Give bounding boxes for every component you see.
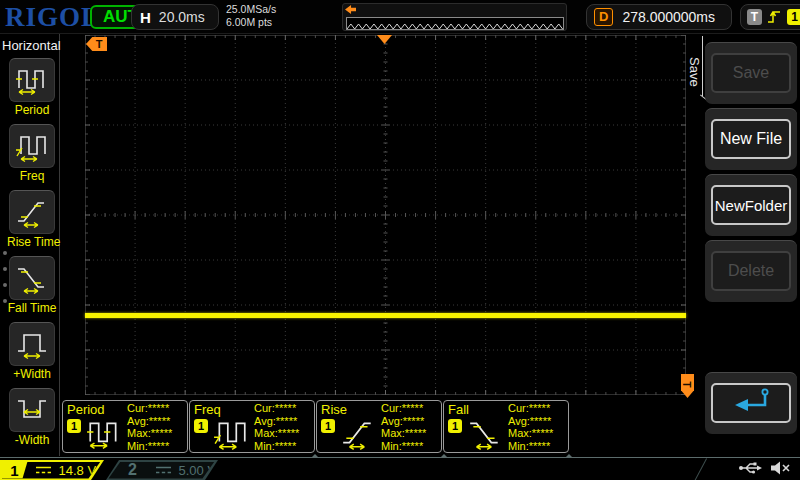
oscilloscope-screen: RIGOL AUTO H 20.0ms 25.0MSa/s 6.00M pts … [0, 0, 800, 480]
measurement-panel-freq[interactable]: Freq 1 Cur:***** Avg:***** Max:***** Min… [189, 400, 315, 453]
return-button[interactable] [711, 383, 791, 423]
top-status-bar: RIGOL AUTO H 20.0ms 25.0MSa/s 6.00M pts … [0, 0, 800, 34]
measurement-panel-fall[interactable]: Fall 1 Cur:***** Avg:***** Max:***** Min… [443, 400, 569, 453]
period-icon [9, 58, 55, 102]
menu-item-fall-time[interactable]: Fall Time [7, 256, 57, 315]
waveform-preview[interactable] [342, 3, 567, 31]
trigger-source-badge: 1 [787, 9, 800, 25]
dc-coupling-icon [36, 461, 51, 479]
tab-border [702, 36, 703, 96]
menu-item-rise-time[interactable]: Rise Time [7, 190, 57, 249]
h-scale-value: 20.0ms [159, 9, 205, 25]
channel-status-bar: 1 14.8 V 2 5.00 V [0, 457, 800, 480]
menu-item-label: Period [7, 104, 57, 117]
horizontal-scale-box[interactable]: H 20.0ms [131, 4, 219, 30]
save-button[interactable]: Save [711, 53, 791, 93]
return-arrow-icon [728, 386, 774, 420]
speaker-muted-icon [770, 460, 792, 480]
notch [565, 454, 573, 458]
plus-width-icon [9, 322, 55, 366]
minus-width-icon [9, 388, 55, 432]
new-file-button[interactable]: New File [711, 119, 791, 159]
fall-time-icon [9, 256, 55, 300]
fall-time-icon [466, 415, 504, 455]
horizontal-menu: Horizontal Period Freq Rise Time Fall Ti… [0, 34, 60, 456]
channel1-badge[interactable]: 1 14.8 V [0, 460, 104, 480]
delay-value: 278.000000ms [622, 9, 715, 25]
delay-label: D [594, 8, 613, 26]
left-menu-title: Horizontal [2, 38, 61, 53]
channel2-number: 2 [120, 462, 146, 479]
measurement-values: Cur:***** Avg:***** Max:***** Min:***** [254, 402, 299, 452]
trigger-label: T [747, 9, 762, 25]
dc-coupling-icon [156, 461, 171, 479]
h-label: H [140, 9, 151, 26]
channel-badge: 1 [67, 419, 81, 433]
menu-item-freq[interactable]: Freq [7, 124, 57, 183]
acquisition-info: 25.0MSa/s 6.00M pts [226, 3, 276, 29]
measurement-values: Cur:***** Avg:***** Max:***** Min:***** [508, 402, 553, 452]
new-folder-button[interactable]: NewFolder [711, 185, 791, 225]
channel-badge: 1 [194, 419, 208, 433]
freq-icon [212, 415, 250, 455]
menu-item-label: Fall Time [7, 302, 57, 315]
rise-time-icon [9, 190, 55, 234]
menu-item-nwidth[interactable]: -Width [7, 388, 57, 447]
preview-wave-window [346, 17, 564, 30]
measurement-values: Cur:***** Avg:***** Max:***** Min:***** [127, 402, 172, 452]
menu-item-label: +Width [7, 368, 57, 381]
rise-time-icon [339, 415, 377, 455]
sample-rate: 25.0MSa/s [226, 3, 276, 16]
menu-item-pwidth[interactable]: +Width [7, 322, 57, 381]
rigol-logo: RIGOL [5, 2, 100, 33]
channel-badge: 1 [321, 419, 335, 433]
menu-item-label: Freq [7, 170, 57, 183]
channel1-trace[interactable] [85, 313, 686, 318]
preview-sine-icon [347, 21, 563, 32]
menu-item-label: -Width [7, 434, 57, 447]
trigger-box[interactable]: T 1 0.00V [740, 4, 800, 30]
usb-icon [738, 460, 762, 480]
notch [440, 454, 448, 458]
memory-depth: 6.00M pts [226, 16, 276, 29]
graticule [85, 35, 686, 395]
trigger-slope-icon [767, 9, 782, 25]
channel1-scale: 14.8 V [59, 463, 97, 478]
channel2-badge[interactable]: 2 5.00 V [106, 460, 218, 480]
menu-item-label: Rise Time [7, 236, 57, 249]
divider [694, 458, 707, 480]
menu-item-period[interactable]: Period [7, 58, 57, 117]
period-icon [85, 415, 123, 455]
notch [311, 454, 319, 458]
channel-badge: 1 [448, 419, 462, 433]
measurement-values: Cur:***** Avg:***** Max:***** Min:***** [381, 402, 426, 452]
measurement-panel-rise[interactable]: Rise 1 Cur:***** Avg:***** Max:***** Min… [316, 400, 442, 453]
delay-box[interactable]: D 278.000000ms [586, 4, 732, 30]
measurement-panel-period[interactable]: Period 1 Cur:***** Avg:***** Max:***** M… [62, 400, 188, 453]
right-menu-tab: Save [686, 42, 702, 102]
freq-icon [9, 124, 55, 168]
delete-button[interactable]: Delete [711, 251, 791, 291]
channel1-number: 1 [2, 462, 28, 479]
menu-scroll-dots [3, 239, 7, 315]
preview-position-icon [345, 5, 356, 14]
waveform-display[interactable] [85, 35, 686, 395]
